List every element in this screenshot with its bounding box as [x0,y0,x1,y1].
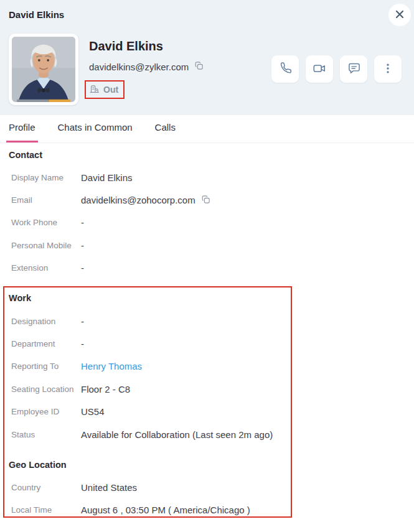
profile-hero: David Elkins [0,0,414,115]
video-camera-icon [313,62,326,77]
chat-bubble-icon [347,62,360,77]
field-label: Employee ID [9,407,81,416]
avatar[interactable] [9,34,78,105]
presence-label: Out [103,85,118,95]
field-row-designation: Designation - [9,310,405,332]
field-value: David Elkins [81,172,133,183]
email-value: davidelkins@zohocorp.com [81,195,195,205]
field-row-country: Country United States [9,476,405,498]
field-row-department: Department - [9,332,405,355]
video-call-button[interactable] [306,55,333,83]
field-value: August 6 , 03:50 PM ( America/Chicago ) [81,505,250,515]
field-value: - [81,240,84,251]
profile-tabs: Profile Chats in Common Calls [0,115,414,143]
section-heading-geo-location: Geo Location [9,453,405,476]
field-row-seating-location: Seating Location Floor 2 - C8 [9,378,405,400]
avatar-photo [12,37,75,102]
field-row-status: Status Available for Collaboration (Last… [9,423,405,446]
field-value: - [81,263,84,273]
reporting-to-link[interactable]: Henry Thomas [81,361,142,371]
section-heading-contact: Contact [9,143,405,166]
field-row-personal-mobile: Personal Mobile - [9,234,405,256]
close-button[interactable] [388,4,411,26]
more-options-button[interactable] [374,55,402,83]
chat-button[interactable] [340,55,367,83]
field-label: Display Name [9,173,81,182]
phone-icon [279,62,292,77]
tab-chats-in-common[interactable]: Chats in Common [55,114,135,142]
field-row-work-phone: Work Phone - [9,212,405,234]
copy-icon [194,60,204,73]
panel-title: David Elkins [9,9,64,20]
field-label: Designation [9,317,81,326]
copy-icon [200,194,211,207]
field-label: Email [9,195,81,205]
vertical-dots-icon [382,62,394,77]
field-label: Department [9,339,81,348]
section-heading-work: Work [9,287,405,310]
field-label: Local Time [9,505,81,515]
field-value: United States [81,482,137,493]
field-value: Available for Collaboration (Last seen 2… [81,429,273,440]
copy-email-button[interactable] [194,60,204,73]
presence-badge: Out [89,83,118,96]
field-label: Reporting To [9,362,81,371]
field-row-employee-id: Employee ID US54 [9,401,405,423]
audio-call-button[interactable] [271,55,299,83]
close-icon [394,9,405,22]
field-value: US54 [81,406,105,417]
field-label: Seating Location [9,385,81,394]
field-row-email: Email davidelkins@zohocorp.com [9,189,405,211]
tab-calls[interactable]: Calls [153,114,178,142]
field-label: Personal Mobile [9,241,81,250]
field-label: Work Phone [9,218,81,227]
field-value: davidelkins@zohocorp.com [81,194,211,207]
office-building-icon [89,83,100,96]
field-row-display-name: Display Name David Elkins [9,166,405,189]
field-value: - [81,217,84,228]
profile-name: David Elkins [89,39,163,54]
field-label: Extension [9,263,81,273]
field-row-reporting-to: Reporting To Henry Thomas [9,355,405,378]
profile-email-line: davidelkins@zylker.com [89,60,204,73]
profile-details: Contact Display Name David Elkins Email … [0,143,414,521]
field-row-extension: Extension - [9,257,405,279]
copy-email-button[interactable] [200,194,211,207]
contact-profile-panel: David Elkins [0,0,414,532]
field-value: - [81,338,84,349]
field-label: Status [9,430,81,439]
field-value: - [81,316,84,327]
field-label: Country [9,483,81,492]
field-row-local-time: Local Time August 6 , 03:50 PM ( America… [9,499,405,521]
tab-profile[interactable]: Profile [6,114,38,142]
field-value: Floor 2 - C8 [81,384,130,394]
profile-email: davidelkins@zylker.com [89,62,189,72]
